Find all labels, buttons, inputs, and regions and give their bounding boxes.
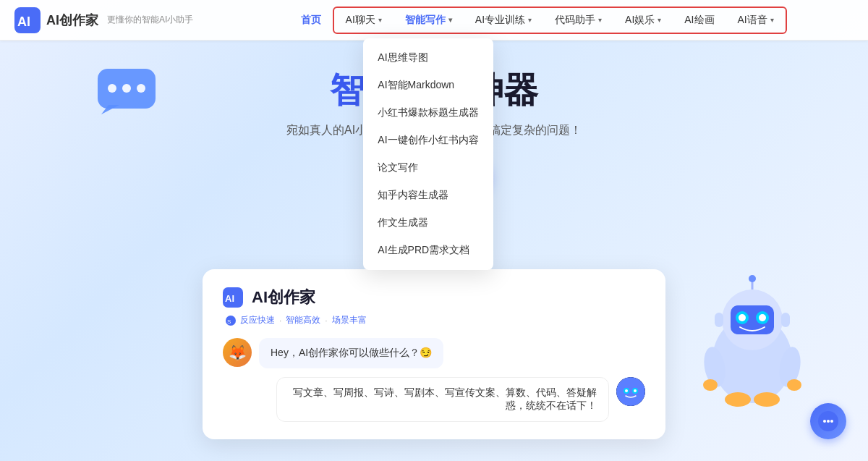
logo-icon: AI [14, 7, 41, 33]
chat-card-tags: S 反应快速 · 智能高效 · 场景丰富 [226, 314, 645, 326]
logo-subtitle: 更懂你的智能AI小助手 [107, 14, 193, 26]
chat-card-logo-icon: AI [223, 287, 243, 308]
tag-scene: 场景丰富 [332, 314, 367, 326]
ai-avatar [616, 377, 645, 406]
user-message-row: 🦊 Hey，AI创作家你可以做些什么？😏 [223, 338, 645, 368]
chevron-down-icon-voice: ▾ [770, 16, 774, 24]
svg-text:S: S [227, 318, 231, 325]
ai-message-bubble: 写文章、写周报、写诗、写剧本、写宣传文案、算数、代码、答疑解惑，统统不在话下！ [276, 377, 609, 422]
svg-point-36 [827, 420, 830, 423]
dropdown-item-markdown[interactable]: AI智能Markdown [363, 72, 493, 99]
dropdown-item-prd[interactable]: AI生成PRD需求文档 [363, 237, 493, 264]
nav-item-ai-painting[interactable]: AI绘画 [673, 8, 726, 33]
robot-illustration [694, 273, 810, 418]
smart-writing-dropdown-menu: AI思维导图 AI智能Markdown 小红书爆款标题生成器 AI一键创作小红书… [363, 38, 493, 270]
svg-rect-14 [715, 313, 723, 327]
svg-point-21 [787, 379, 801, 391]
chat-card: AI AI创作家 S 反应快速 · 智能高效 · 场景丰富 🦊 Hey，AI创作… [203, 269, 665, 439]
nav-item-home[interactable]: 首页 [289, 8, 333, 33]
chat-card-header: AI AI创作家 [223, 287, 645, 308]
nav-item-ai-voice[interactable]: AI语音 ▾ [726, 8, 786, 33]
dropdown-item-essay[interactable]: 作文生成器 [363, 209, 493, 237]
svg-point-37 [830, 420, 833, 423]
svg-point-4 [122, 84, 131, 93]
chat-bubble-illustration [94, 65, 159, 116]
svg-rect-15 [781, 313, 790, 327]
smart-writing-dropdown-wrapper: 智能写作 ▾ AI思维导图 AI智能Markdown 小红书爆款标题生成器 AI… [393, 8, 464, 33]
chevron-down-icon-training: ▾ [528, 16, 532, 24]
nav-item-ai-training[interactable]: AI专业训练 ▾ [464, 8, 543, 33]
svg-point-17 [749, 275, 756, 282]
svg-point-29 [616, 377, 645, 406]
chat-card-title: AI创作家 [252, 287, 315, 308]
chevron-down-icon-writing: ▾ [448, 16, 452, 24]
svg-point-3 [108, 84, 116, 93]
tag-icon: S [226, 316, 236, 326]
logo-area[interactable]: AI AI创作家 更懂你的智能AI小助手 [14, 7, 193, 33]
svg-point-31 [625, 389, 628, 392]
logo-text: AI创作家 [46, 12, 98, 29]
nav-item-smart-writing[interactable]: 智能写作 ▾ [393, 8, 464, 33]
ai-message-row: 写文章、写周报、写诗、写剧本、写宣传文案、算数、代码、答疑解惑，统统不在话下！ [223, 377, 645, 422]
dropdown-item-xiaohongshu-title[interactable]: 小红书爆款标题生成器 [363, 99, 493, 127]
nav-border-box: AI聊天 ▾ 智能写作 ▾ AI思维导图 AI智能Markdown 小红书爆款标… [333, 7, 787, 34]
user-message-bubble: Hey，AI创作家你可以做些什么？😏 [259, 338, 443, 368]
chevron-down-icon-code: ▾ [598, 16, 602, 24]
nav-item-ai-chat[interactable]: AI聊天 ▾ [334, 8, 393, 33]
svg-text:AI: AI [225, 293, 234, 304]
floating-chat-icon [818, 411, 838, 431]
user-avatar: 🦊 [223, 338, 252, 367]
svg-point-13 [759, 314, 766, 321]
dropdown-item-zhihu[interactable]: 知乎内容生成器 [363, 182, 493, 209]
chevron-down-icon: ▾ [378, 16, 382, 24]
nav-item-ai-entertainment[interactable]: AI娱乐 ▾ [613, 8, 673, 33]
nav-links: 首页 AI聊天 ▾ 智能写作 ▾ AI思维导图 AI智能Markdown 小红书… [222, 7, 854, 34]
dropdown-item-xiaohongshu-content[interactable]: AI一键创作小红书内容 [363, 127, 493, 154]
dropdown-item-thesis[interactable]: 论文写作 [363, 154, 493, 182]
navbar: AI AI创作家 更懂你的智能AI小助手 首页 AI聊天 ▾ 智能写作 ▾ [0, 0, 868, 41]
dropdown-item-mindmap[interactable]: AI思维导图 [363, 44, 493, 72]
chat-messages: 🦊 Hey，AI创作家你可以做些什么？😏 写文章、写周报、写诗、写剧本、写宣传文… [223, 338, 645, 422]
svg-point-23 [754, 392, 780, 407]
svg-point-22 [725, 392, 751, 407]
svg-point-20 [703, 379, 718, 391]
tag-speed: 反应快速 [240, 314, 275, 326]
svg-text:AI: AI [17, 14, 30, 29]
svg-point-35 [823, 420, 826, 423]
chevron-down-icon-entertainment: ▾ [658, 16, 661, 24]
tag-efficient: 智能高效 [286, 314, 320, 326]
nav-item-code-assistant[interactable]: 代码助手 ▾ [543, 8, 613, 33]
floating-chat-button[interactable] [810, 403, 846, 439]
svg-point-5 [137, 84, 145, 93]
svg-point-33 [634, 389, 637, 392]
svg-point-11 [739, 314, 746, 321]
